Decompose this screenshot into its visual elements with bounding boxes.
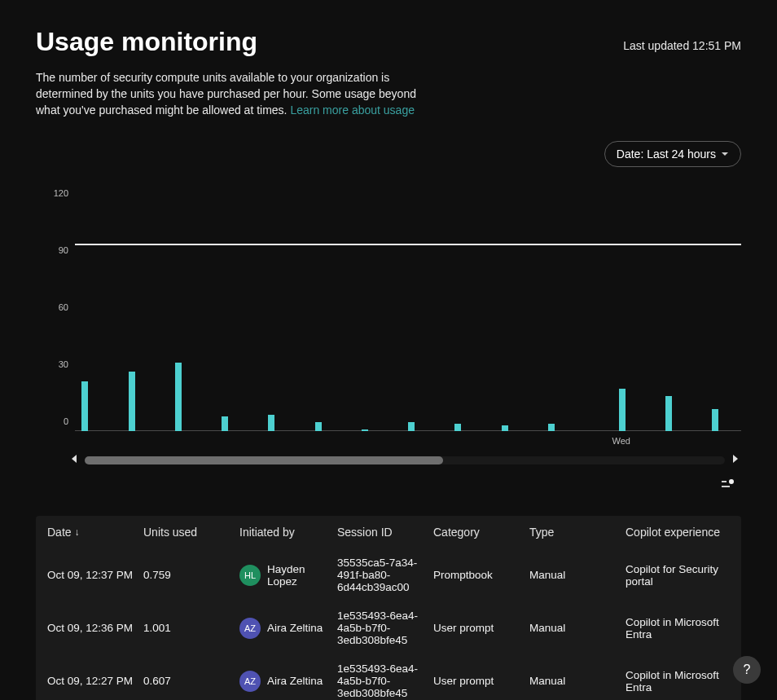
- chart-bar[interactable]: [619, 389, 626, 432]
- chart-bar[interactable]: [222, 416, 228, 431]
- chart-bar[interactable]: [315, 422, 322, 431]
- column-header[interactable]: Category: [433, 526, 529, 539]
- y-tick: 120: [54, 188, 68, 198]
- triangle-right-icon: [731, 454, 740, 464]
- last-updated: Last updated 12:51 PM: [623, 39, 741, 52]
- column-header[interactable]: Session ID: [337, 526, 433, 539]
- table-row[interactable]: Oct 09, 12:36 PM1.001AZAira Zeltina1e535…: [36, 601, 741, 654]
- table-cell: User prompt: [433, 675, 529, 687]
- sort-down-icon: ↓: [75, 526, 80, 538]
- column-header[interactable]: Units used: [143, 526, 239, 539]
- chart-bar[interactable]: [129, 372, 135, 431]
- table-cell: 0.759: [143, 569, 239, 581]
- y-axis: 0306090120: [36, 203, 75, 431]
- chart-bar[interactable]: [548, 424, 555, 431]
- table-header-row: Date↓Units usedInitiated bySession IDCat…: [36, 516, 741, 548]
- chart-scrollbar-track[interactable]: [85, 456, 725, 464]
- table-cell: AZAira Zeltina: [239, 618, 337, 639]
- svg-rect-0: [722, 481, 727, 482]
- date-filter-label: Date: Last 24 hours: [617, 147, 716, 161]
- chart-plot: Wed: [75, 208, 741, 431]
- page-description: The number of security compute units ava…: [36, 70, 419, 118]
- column-header[interactable]: Type: [529, 526, 626, 539]
- column-header[interactable]: Copilot experience: [626, 526, 723, 539]
- table-cell: 35535ca5-7a34-491f-ba80-6d44cb39ac00: [337, 557, 433, 593]
- table-cell: Manual: [529, 569, 626, 581]
- table-cell: Copilot in Microsoft Entra: [626, 616, 723, 641]
- avatar: AZ: [239, 671, 261, 692]
- y-tick: 60: [59, 302, 68, 312]
- svg-point-1: [729, 479, 734, 484]
- legend-toggle-button[interactable]: [720, 478, 736, 493]
- table-cell: 1.001: [143, 622, 239, 634]
- avatar: HL: [239, 565, 261, 586]
- triangle-left-icon: [70, 454, 78, 464]
- x-axis-label: Wed: [612, 436, 630, 446]
- date-filter-button[interactable]: Date: Last 24 hours: [604, 141, 741, 167]
- legend-toggle-icon: [722, 479, 735, 489]
- table-cell: 1e535493-6ea4-4a5b-b7f0-3edb308bfe45: [337, 663, 433, 699]
- initiator-name: Aira Zeltina: [267, 622, 323, 634]
- table-cell: Oct 09, 12:36 PM: [47, 622, 143, 634]
- svg-rect-2: [722, 486, 730, 487]
- chart-bar[interactable]: [268, 415, 274, 432]
- chart-scroll-right[interactable]: [730, 452, 741, 468]
- chart-scroll-left[interactable]: [68, 452, 80, 468]
- table-row[interactable]: Oct 09, 12:27 PM0.607AZAira Zeltina1e535…: [36, 654, 741, 700]
- page-title: Usage monitoring: [36, 26, 257, 57]
- chart-bar[interactable]: [454, 424, 461, 431]
- table-cell: Manual: [529, 675, 626, 687]
- chart-bar[interactable]: [362, 429, 368, 431]
- chart-bar[interactable]: [665, 396, 672, 431]
- chart-bar[interactable]: [408, 422, 415, 431]
- table-cell: Manual: [529, 622, 626, 634]
- y-tick: 30: [59, 359, 68, 369]
- usage-table: Date↓Units usedInitiated bySession IDCat…: [36, 516, 741, 700]
- chart-bar[interactable]: [81, 381, 88, 432]
- table-cell: AZAira Zeltina: [239, 671, 337, 692]
- chevron-down-icon: [721, 150, 729, 158]
- table-cell: 1e535493-6ea4-4a5b-b7f0-3edb308bfe45: [337, 610, 433, 646]
- table-cell: Oct 09, 12:37 PM: [47, 569, 143, 581]
- help-button[interactable]: ?: [733, 656, 761, 684]
- initiator-name: Aira Zeltina: [267, 675, 323, 687]
- chart-bar[interactable]: [502, 425, 508, 431]
- chart-bar[interactable]: [712, 409, 718, 431]
- table-row[interactable]: Oct 09, 12:37 PM0.759HLHayden Lopez35535…: [36, 548, 741, 601]
- threshold-line: [75, 244, 741, 245]
- table-cell: 0.607: [143, 675, 239, 687]
- table-cell: Promptbook: [433, 569, 529, 581]
- table-cell: Copilot in Microsoft Entra: [626, 669, 723, 693]
- column-header[interactable]: Date↓: [47, 526, 143, 539]
- table-cell: Oct 09, 12:27 PM: [47, 675, 143, 687]
- column-header[interactable]: Initiated by: [239, 526, 337, 539]
- chart-scrollbar-thumb[interactable]: [85, 456, 443, 464]
- table-cell: Copilot for Security portal: [626, 563, 723, 588]
- learn-more-link[interactable]: Learn more about usage: [290, 103, 415, 117]
- table-cell: HLHayden Lopez: [239, 563, 337, 588]
- usage-chart: 0306090120 Wed: [36, 203, 741, 447]
- y-tick: 90: [59, 245, 68, 255]
- chart-bar[interactable]: [175, 363, 182, 431]
- avatar: AZ: [239, 618, 261, 639]
- initiator-name: Hayden Lopez: [267, 563, 337, 588]
- y-tick: 0: [64, 416, 68, 426]
- help-icon: ?: [744, 663, 751, 677]
- table-cell: User prompt: [433, 622, 529, 634]
